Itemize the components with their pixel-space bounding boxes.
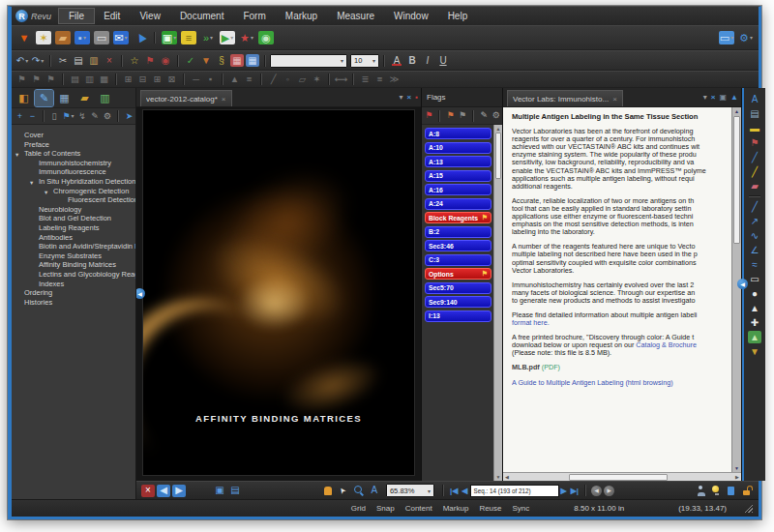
edit-bookmark-icon[interactable]: ✎ bbox=[91, 110, 100, 122]
scroll-left-icon[interactable]: ◀ bbox=[503, 474, 511, 480]
scrollbar-thumb[interactable] bbox=[495, 133, 501, 179]
ellipse-tool-icon[interactable]: ● bbox=[748, 287, 761, 300]
flag-item[interactable]: A:15 bbox=[425, 170, 491, 182]
polygon-tool-icon[interactable]: ▲ bbox=[748, 302, 761, 314]
delete-icon[interactable]: × bbox=[103, 54, 116, 67]
lasso-icon[interactable]: ☆ bbox=[128, 54, 141, 67]
flag-item[interactable]: I:13 bbox=[425, 310, 491, 322]
flag-item[interactable]: Options bbox=[425, 268, 491, 280]
menu-item[interactable]: Edit bbox=[94, 9, 130, 23]
arrow-tool-icon[interactable]: ↗ bbox=[748, 215, 761, 227]
scroll-top-icon[interactable]: ▲ bbox=[730, 93, 738, 102]
bookmark-item[interactable]: Fluorescent Detection bbox=[12, 195, 135, 205]
menu-item[interactable]: Form bbox=[233, 9, 275, 23]
chevron-down-icon[interactable]: ▾ bbox=[399, 93, 402, 102]
bookmark-item[interactable]: Lectins and Glycobiology Reagents bbox=[12, 270, 135, 280]
web-tab-icon[interactable]: ◉ bbox=[258, 31, 274, 44]
next-view-button[interactable]: ▶ bbox=[604, 486, 614, 496]
highlighter-tool-icon[interactable]: ╱ bbox=[748, 165, 761, 178]
close-icon[interactable]: × bbox=[406, 93, 411, 102]
insert-pages-icon[interactable]: ◀ bbox=[157, 485, 170, 497]
bookmark-item[interactable]: Antibodies bbox=[12, 233, 135, 243]
extract-pages-icon[interactable]: ▶ bbox=[172, 485, 186, 497]
flags-scrollbar[interactable]: ▲ ▼ bbox=[493, 125, 502, 481]
close-icon[interactable]: × bbox=[222, 95, 226, 103]
menu-item[interactable]: Help bbox=[438, 9, 478, 23]
resize-grip[interactable] bbox=[744, 504, 753, 513]
sketch-tool-icon[interactable]: ≈ bbox=[748, 258, 761, 271]
scroll-up-icon[interactable]: ▲ bbox=[732, 108, 741, 114]
pan-tool-icon[interactable] bbox=[321, 485, 335, 497]
cloud-tool-icon[interactable]: ✚ bbox=[748, 316, 761, 329]
bookmarks-tab-icon[interactable]: ✎ bbox=[35, 90, 53, 106]
doc-link[interactable]: format here. bbox=[512, 319, 550, 327]
scrollbar-thumb[interactable] bbox=[569, 474, 668, 481]
full-screen-monitor-icon[interactable]: ▭ bbox=[719, 31, 734, 44]
flag-item[interactable]: A:24 bbox=[425, 198, 491, 210]
doc-text-segment[interactable]: (PDF) bbox=[540, 364, 560, 371]
menu-item[interactable]: Markup bbox=[276, 9, 327, 23]
remove-bookmark-icon[interactable]: − bbox=[28, 110, 37, 122]
copy-icon[interactable]: ▤ bbox=[72, 54, 85, 67]
flag-markup-icon[interactable]: ⚑ bbox=[143, 54, 157, 67]
bookmark-item[interactable]: Immunohistochemistry bbox=[12, 159, 135, 168]
detach-icon[interactable]: ▪ bbox=[415, 93, 418, 102]
close-icon[interactable]: × bbox=[612, 95, 617, 103]
zoom-tool-icon[interactable] bbox=[352, 485, 366, 497]
paste-icon[interactable]: ▥ bbox=[87, 54, 101, 67]
user-icon[interactable] bbox=[694, 485, 707, 497]
bookmark-item[interactable]: Indexes bbox=[12, 280, 135, 289]
status-toggle[interactable]: Sync bbox=[513, 504, 530, 513]
add-child-flag-icon[interactable]: ⚑ bbox=[445, 110, 455, 122]
compare-documents-icon[interactable]: ★ bbox=[239, 31, 254, 44]
polyline-tool-icon[interactable]: ∠ bbox=[748, 244, 761, 256]
scroll-down-icon[interactable]: ▼ bbox=[494, 474, 502, 480]
share-upload-icon[interactable]: ▶ bbox=[131, 28, 150, 48]
close-icon[interactable]: × bbox=[711, 93, 716, 102]
status-toggle[interactable]: Content bbox=[405, 504, 432, 513]
add-flag-icon[interactable]: ⚑ bbox=[424, 110, 433, 122]
menu-item[interactable]: View bbox=[130, 9, 170, 23]
flag-item[interactable]: Sec5:70 bbox=[425, 282, 491, 294]
flag-item[interactable]: A:16 bbox=[425, 184, 491, 195]
menu-item[interactable]: Window bbox=[384, 9, 438, 23]
scroll-down-icon[interactable]: ▼ bbox=[732, 465, 741, 471]
document-tab[interactable]: vector-2012-catalog* × bbox=[140, 90, 232, 106]
flag-item[interactable]: A:8 bbox=[425, 128, 491, 139]
bookmark-item[interactable]: Affinity Binding Matrices bbox=[12, 260, 135, 270]
bold-icon[interactable]: B bbox=[405, 54, 419, 67]
flag-item[interactable]: Sec3:46 bbox=[425, 240, 491, 251]
arc-tool-icon[interactable]: ∿ bbox=[748, 229, 761, 242]
export-icon[interactable]: ▶ bbox=[220, 31, 235, 44]
scroll-up-icon[interactable]: ▲ bbox=[494, 126, 502, 132]
bookmark-item[interactable]: Neurobiology bbox=[12, 205, 135, 215]
add-bookmark-icon[interactable]: + bbox=[15, 110, 24, 122]
doc-link[interactable]: Catalog & Brochure bbox=[636, 341, 697, 349]
lock-icon[interactable]: ▯ bbox=[50, 110, 59, 122]
doc-link[interactable]: A Guide to Multiple Antigen Labeling (ht… bbox=[512, 379, 673, 387]
flag-item[interactable]: A:10 bbox=[425, 142, 491, 154]
markups-tab-icon[interactable]: ▥ bbox=[96, 90, 114, 106]
batch-icon[interactable]: » bbox=[200, 31, 216, 44]
chevron-down-icon[interactable]: ▾ bbox=[703, 93, 707, 102]
file-attachment-icon[interactable]: § bbox=[215, 54, 228, 67]
bookmark-item[interactable]: Immunofluorescence bbox=[12, 167, 135, 177]
web-doc-scrollbar[interactable]: ▲ ▼ bbox=[731, 107, 741, 472]
font-color-icon[interactable]: A bbox=[390, 54, 403, 67]
first-page-button[interactable]: |◀ bbox=[450, 487, 458, 495]
eraser-tool-icon[interactable]: ▰ bbox=[748, 180, 761, 192]
pdf-page[interactable]: AFFINITY BINDING MATRICES bbox=[143, 110, 414, 475]
page-number-field[interactable]: Seq.: 14 (193 of 212) bbox=[470, 485, 559, 497]
web-doc-page[interactable]: Multiple Antigen Labeling in the Same Ti… bbox=[503, 107, 731, 472]
properties-tab-icon[interactable]: ◧ bbox=[15, 90, 33, 106]
flag-tool-icon[interactable]: ⚑ bbox=[748, 136, 761, 149]
bookmark-item[interactable]: Chromogenic Detection bbox=[12, 187, 135, 196]
bookmark-item[interactable]: Blot and Gel Detection bbox=[12, 214, 135, 223]
scroll-right-icon[interactable]: ▶ bbox=[733, 474, 741, 480]
undo-icon[interactable]: ↶ bbox=[15, 54, 29, 67]
italic-icon[interactable]: I bbox=[421, 54, 434, 67]
bookmark-item[interactable]: Cover bbox=[12, 131, 135, 140]
zoom-combo[interactable]: 65.83% ▾ bbox=[386, 484, 434, 497]
collapse-right-panel-handle[interactable]: ◀ bbox=[737, 279, 748, 289]
settings-gear-icon[interactable]: ⚙ bbox=[738, 31, 754, 44]
